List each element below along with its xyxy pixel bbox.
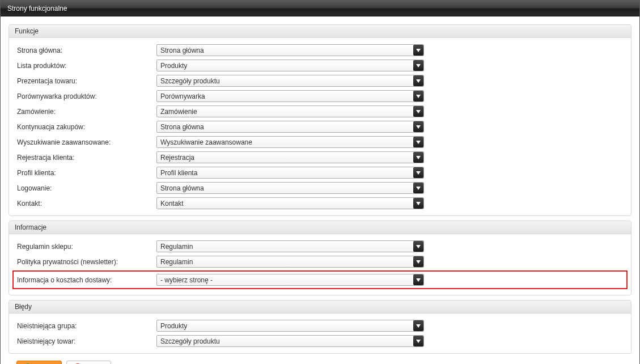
section-header-funkcje: Funkcje [9,25,631,38]
page-select[interactable]: Produkty [156,60,424,71]
page-select[interactable]: Szczegóły produktu [156,75,424,87]
select-wrap: Kontakt [156,197,424,209]
page-select[interactable]: Porównywarka [156,90,424,102]
form-row: Informacja o kosztach dostawy:- wybierz … [12,270,628,289]
select-wrap: Produkty [156,320,424,332]
form-row: Nieistniejąca grupa:Produkty [17,319,623,332]
form-row: Kontakt:Kontakt [17,197,623,210]
form-row: Strona główna:Strona główna [17,44,623,57]
section-funkcje: Funkcje Strona główna:Strona głównaLista… [9,24,631,216]
select-wrap: Regulamin [156,256,424,268]
section-header-bledy: Błędy [9,300,631,314]
select-wrap: Szczegóły produktu [156,75,424,87]
window-title: Strony funkcjonalne [7,5,67,12]
form-row: Logowanie:Strona główna [17,181,623,194]
form-row: Kontynuacja zakupów:Strona główna [17,120,623,133]
form-row: Lista produktów:Produkty [17,59,623,72]
form-label: Prezentacja towaru: [17,77,156,85]
form-row: Rejestracja klienta:Rejestracja [17,151,623,164]
dialog-content: Funkcje Strona główna:Strona głównaLista… [1,16,639,364]
form-label: Rejestracja klienta: [17,154,156,162]
page-select[interactable]: Profil klienta [156,167,424,179]
page-select[interactable]: Regulamin [156,240,424,252]
section-body-informacje: Regulamin sklepu:RegulaminPolityka prywa… [9,234,631,295]
select-wrap: Rejestracja [156,151,424,163]
page-select[interactable]: Produkty [156,320,424,332]
form-label: Nieistniejący towar: [17,337,156,345]
form-label: Logowanie: [17,184,156,192]
select-wrap: Porównywarka [156,90,424,102]
select-wrap: Szczegóły produktu [156,335,424,347]
select-wrap: Wyszukiwanie zaawansowane [156,136,424,148]
select-wrap: - wybierz stronę - [156,274,424,286]
select-wrap: Regulamin [156,240,424,252]
form-label: Porównywarka produktów: [17,92,156,100]
select-wrap: Produkty [156,60,424,71]
form-label: Nieistniejąca grupa: [17,322,156,330]
form-row: Polityka prywatności (newsletter):Regula… [17,255,623,268]
form-label: Kontynuacja zakupów: [17,123,156,131]
section-header-informacje: Informacje [9,221,631,234]
form-row: Nieistniejący towar:Szczegóły produktu [17,335,623,348]
form-label: Strona główna: [17,46,156,54]
form-label: Polityka prywatności (newsletter): [17,258,156,266]
form-row: Prezentacja towaru:Szczegóły produktu [17,74,623,87]
select-wrap: Strona główna [156,44,424,56]
page-select[interactable]: Strona główna [156,182,424,194]
form-label: Lista produktów: [17,62,156,70]
select-wrap: Strona główna [156,182,424,194]
section-bledy: Błędy Nieistniejąca grupa:ProduktyNieist… [9,300,631,354]
footer-toolbar: Zapisz Anuluj [9,358,631,364]
section-informacje: Informacje Regulamin sklepu:RegulaminPol… [9,221,631,295]
page-select[interactable]: Szczegóły produktu [156,335,424,347]
page-select[interactable]: Regulamin [156,256,424,268]
page-select[interactable]: Zamówienie [156,105,424,117]
section-body-bledy: Nieistniejąca grupa:ProduktyNieistniejąc… [9,314,631,353]
form-label: Wyszukiwanie zaawansowane: [17,138,156,146]
form-label: Kontakt: [17,200,156,208]
form-label: Informacja o kosztach dostawy: [17,276,156,284]
select-wrap: Profil klienta [156,167,424,179]
save-button[interactable]: Zapisz [16,361,62,364]
form-label: Zamówienie: [17,108,156,116]
form-row: Wyszukiwanie zaawansowane:Wyszukiwanie z… [17,136,623,149]
form-row: Porównywarka produktów:Porównywarka [17,90,623,103]
page-select[interactable]: Kontakt [156,197,424,209]
page-select[interactable]: Rejestracja [156,151,424,163]
page-select[interactable]: Strona główna [156,121,424,133]
cancel-button[interactable]: Anuluj [66,361,111,364]
page-select[interactable]: - wybierz stronę - [156,274,424,286]
form-label: Regulamin sklepu: [17,243,156,251]
form-row: Zamówienie:Zamówienie [17,105,623,118]
form-row: Regulamin sklepu:Regulamin [17,240,623,253]
select-wrap: Strona główna [156,121,424,133]
page-select[interactable]: Wyszukiwanie zaawansowane [156,136,424,148]
window-titlebar: Strony funkcjonalne [1,1,639,16]
select-wrap: Zamówienie [156,105,424,117]
page-select[interactable]: Strona główna [156,44,424,56]
form-label: Profil klienta: [17,169,156,177]
dialog-frame: Strony funkcjonalne Funkcje Strona główn… [0,0,640,364]
section-body-funkcje: Strona główna:Strona głównaLista produkt… [9,38,631,215]
form-row: Profil klienta:Profil klienta [17,166,623,179]
